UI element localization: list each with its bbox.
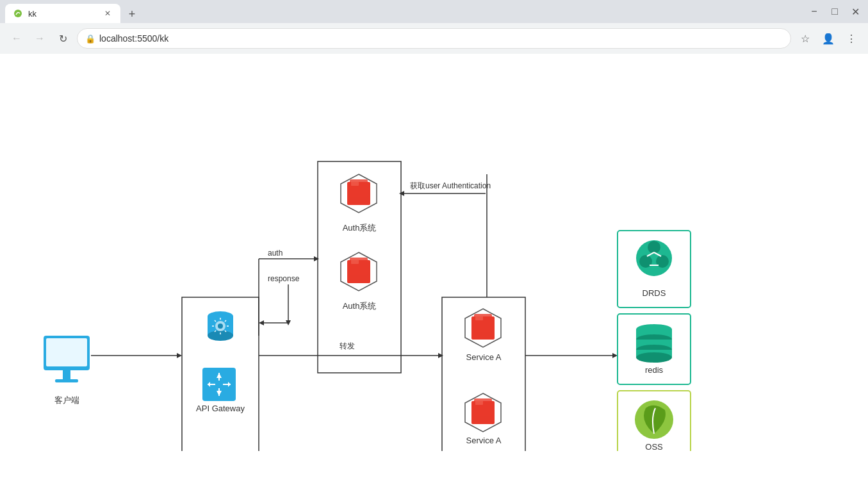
svg-rect-3	[63, 370, 70, 379]
maximize-button[interactable]: □	[827, 4, 842, 19]
tab-title: kk	[28, 9, 37, 19]
svg-text:Service A: Service A	[466, 436, 502, 445]
svg-text:DRDS: DRDS	[643, 288, 666, 298]
svg-rect-35	[351, 181, 359, 186]
close-button[interactable]: ✕	[848, 4, 863, 19]
svg-point-73	[648, 241, 660, 254]
svg-marker-66	[612, 353, 618, 358]
bookmark-button[interactable]: ☆	[796, 29, 814, 47]
active-tab[interactable]: kk ✕	[5, 4, 120, 23]
svg-rect-55	[475, 315, 483, 320]
svg-text:OSS: OSS	[645, 442, 663, 451]
address-actions: ☆ 👤 ⋮	[796, 29, 860, 47]
browser-window: kk ✕ + − □ ✕ ← → ↻ 🔒 localhost:5500/kk ☆…	[0, 0, 868, 492]
diagram-svg: 客户端	[0, 54, 868, 451]
svg-point-12	[218, 324, 223, 329]
svg-text:Auth系统: Auth系统	[343, 301, 377, 311]
back-button[interactable]: ←	[8, 29, 26, 47]
svg-rect-4	[55, 379, 78, 382]
svg-marker-48	[259, 320, 264, 325]
svg-point-87	[636, 352, 672, 363]
svg-rect-60	[475, 400, 483, 405]
client-group: 客户端	[44, 336, 90, 405]
forward-button[interactable]: →	[31, 29, 49, 47]
svg-rect-21	[202, 368, 236, 401]
svg-text:redis: redis	[645, 365, 664, 375]
lock-icon: 🔒	[85, 34, 95, 44]
page-content: 客户端	[0, 54, 868, 492]
address-bar: ← → ↻ 🔒 localhost:5500/kk ☆ 👤 ⋮	[0, 23, 868, 54]
tab-bar: kk ✕ +	[5, 0, 141, 23]
minimize-button[interactable]: −	[807, 4, 822, 19]
menu-button[interactable]: ⋮	[842, 29, 860, 47]
url-text: localhost:5500/kk	[99, 33, 168, 44]
architecture-diagram: 客户端	[0, 54, 868, 492]
client-label: 客户端	[54, 395, 79, 405]
tab-close-button[interactable]: ✕	[102, 8, 113, 19]
svg-text:response: response	[268, 274, 300, 283]
refresh-button[interactable]: ↻	[54, 29, 72, 47]
svg-marker-6	[177, 353, 182, 358]
url-bar[interactable]: 🔒 localhost:5500/kk	[77, 28, 791, 49]
window-controls: − □ ✕	[807, 4, 863, 19]
svg-text:auth: auth	[268, 249, 283, 258]
svg-text:转发: 转发	[340, 341, 355, 350]
svg-point-0	[14, 10, 22, 17]
title-bar: kk ✕ + − □ ✕	[0, 0, 868, 23]
svg-point-10	[208, 331, 233, 341]
svg-text:Auth系统: Auth系统	[343, 223, 377, 233]
profile-button[interactable]: 👤	[819, 29, 837, 47]
tab-favicon	[13, 8, 23, 19]
svg-text:API Gateway: API Gateway	[196, 404, 245, 413]
svg-rect-40	[351, 259, 359, 264]
svg-rect-2	[46, 338, 87, 366]
new-tab-button[interactable]: +	[123, 5, 141, 23]
svg-text:获取user Authentication: 获取user Authentication	[410, 181, 491, 190]
svg-text:Service A: Service A	[466, 352, 502, 362]
